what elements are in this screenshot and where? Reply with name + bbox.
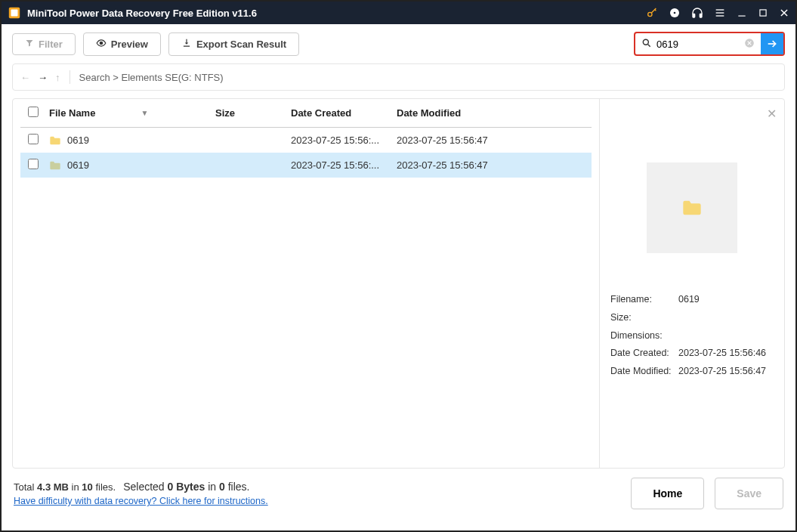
- headphones-icon[interactable]: [691, 7, 703, 19]
- home-button[interactable]: Home: [631, 478, 704, 509]
- breadcrumb-bar: ← → ↑ Search > Elements SE(G: NTFS): [12, 63, 785, 91]
- svg-rect-1: [11, 10, 18, 17]
- file-modified: 2023-07-25 15:56:47: [397, 135, 502, 146]
- app-logo-icon: [8, 6, 21, 20]
- app-title: MiniTool Power Data Recovery Free Editio…: [27, 8, 646, 19]
- meta-label-created: Date Created:: [610, 345, 678, 363]
- eye-icon: [96, 38, 107, 51]
- close-icon[interactable]: [779, 8, 789, 18]
- preview-label: Preview: [111, 39, 148, 50]
- meta-label-dimensions: Dimensions:: [610, 327, 678, 345]
- export-button[interactable]: Export Scan Result: [168, 32, 299, 56]
- footer: Total 4.3 MB in 10 files. Selected 0 Byt…: [2, 469, 795, 518]
- folder-icon: [49, 160, 61, 171]
- preview-button[interactable]: Preview: [83, 32, 161, 56]
- breadcrumb: Search > Elements SE(G: NTFS): [79, 72, 224, 83]
- meta-label-size: Size:: [610, 309, 678, 327]
- meta-label-filename: Filename:: [610, 291, 678, 309]
- save-button[interactable]: Save: [715, 478, 783, 509]
- file-name: 0619: [67, 135, 89, 146]
- nav-up-icon[interactable]: ↑: [55, 72, 60, 83]
- svg-point-2: [648, 12, 652, 16]
- search-input[interactable]: [656, 39, 740, 50]
- row-checkbox[interactable]: [28, 159, 39, 169]
- sort-icon: ▼: [141, 109, 148, 117]
- table-row[interactable]: 0619 2023-07-25 15:56:... 2023-07-25 15:…: [20, 153, 592, 178]
- meta-modified: 2023-07-25 15:56:47: [678, 363, 766, 381]
- file-name: 0619: [67, 159, 89, 171]
- preview-meta: Filename:0619 Size: Dimensions: Date Cre…: [610, 291, 774, 381]
- titlebar: MiniTool Power Data Recovery Free Editio…: [2, 2, 795, 24]
- summary: Total 4.3 MB in 10 files. Selected 0 Byt…: [14, 481, 268, 493]
- meta-created: 2023-07-25 15:56:46: [678, 345, 766, 363]
- file-list-pane: File Name▼ Size Date Created Date Modifi…: [13, 99, 599, 468]
- clear-search-icon[interactable]: [744, 38, 755, 51]
- content: File Name▼ Size Date Created Date Modifi…: [12, 98, 785, 469]
- folder-icon: [49, 135, 61, 146]
- menu-icon[interactable]: [714, 7, 726, 19]
- key-icon[interactable]: [646, 7, 658, 19]
- svg-line-16: [648, 44, 650, 46]
- filter-label: Filter: [39, 39, 63, 50]
- svg-rect-6: [700, 14, 702, 17]
- select-all-checkbox[interactable]: [28, 107, 39, 117]
- preview-pane: ✕ Filename:0619 Size: Dimensions: Date C…: [599, 99, 784, 468]
- file-modified: 2023-07-25 15:56:47: [397, 159, 502, 171]
- col-header-name[interactable]: File Name▼: [49, 107, 215, 119]
- help-link[interactable]: Have difficulty with data recovery? Clic…: [14, 496, 268, 506]
- file-created: 2023-07-25 15:56:...: [291, 159, 397, 171]
- search-box: [634, 32, 785, 56]
- meta-filename: 0619: [678, 291, 700, 309]
- table-row[interactable]: 0619 2023-07-25 15:56:... 2023-07-25 15:…: [20, 128, 592, 153]
- svg-rect-5: [693, 14, 695, 17]
- svg-point-14: [100, 42, 103, 45]
- disc-icon[interactable]: [669, 7, 681, 19]
- search-go-button[interactable]: [761, 33, 783, 54]
- maximize-icon[interactable]: [758, 8, 768, 18]
- search-icon: [641, 38, 652, 51]
- export-icon: [181, 38, 192, 51]
- filter-button[interactable]: Filter: [12, 33, 76, 55]
- titlebar-icons: [646, 7, 789, 19]
- minimize-icon[interactable]: [737, 8, 747, 18]
- col-header-created[interactable]: Date Created: [291, 107, 397, 119]
- row-checkbox[interactable]: [28, 134, 39, 144]
- svg-rect-11: [760, 10, 766, 16]
- file-created: 2023-07-25 15:56:...: [291, 135, 397, 146]
- svg-point-4: [674, 12, 676, 14]
- preview-thumbnail: [647, 162, 737, 253]
- list-header: File Name▼ Size Date Created Date Modifi…: [20, 99, 592, 128]
- divider: [70, 70, 70, 84]
- toolbar: Filter Preview Export Scan Result: [2, 24, 795, 63]
- filter-icon: [25, 39, 34, 50]
- nav-forward-icon[interactable]: →: [38, 72, 48, 83]
- col-header-modified[interactable]: Date Modified: [397, 107, 502, 119]
- export-label: Export Scan Result: [196, 39, 286, 50]
- close-preview-icon[interactable]: ✕: [767, 107, 777, 121]
- meta-label-modified: Date Modified:: [610, 363, 678, 381]
- nav-back-icon[interactable]: ←: [20, 72, 30, 83]
- svg-point-15: [643, 39, 648, 45]
- col-header-size[interactable]: Size: [215, 107, 291, 119]
